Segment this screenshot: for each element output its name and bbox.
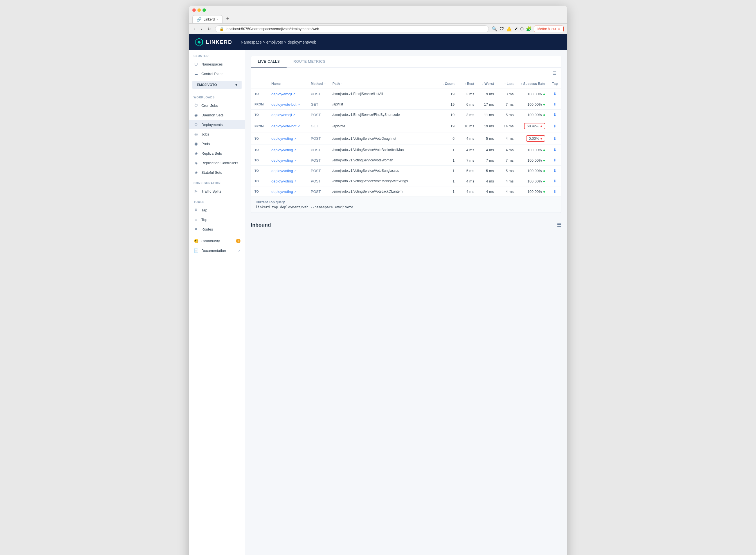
filter-icon[interactable]: ☰ (553, 71, 557, 76)
cell-tap[interactable]: ⬇ (549, 166, 561, 176)
deployment-link[interactable]: deploy/emoji ↗ (271, 92, 304, 96)
cell-name[interactable]: deploy/voting ↗ (268, 176, 307, 186)
cell-name[interactable]: deploy/voting ↗ (268, 132, 307, 145)
sidebar-item-deployments[interactable]: ⊙ Deployments (189, 120, 245, 129)
sidebar-item-top[interactable]: ≡ Top (189, 215, 245, 224)
reload-button[interactable]: ↻ (206, 26, 212, 32)
cell-name[interactable]: deploy/voting ↗ (268, 145, 307, 155)
update-button[interactable]: Mettre à jour ≡ (534, 26, 563, 32)
tab-close-button[interactable]: × (217, 18, 218, 21)
col-name[interactable]: Name (268, 79, 307, 89)
cell-success-rate: 0.00% ● (517, 132, 548, 145)
deployment-link[interactable]: deploy/vote-bot ↗ (271, 102, 304, 106)
cell-name[interactable]: deploy/emoji ↗ (268, 89, 307, 99)
sidebar-item-documentation[interactable]: 📄 Documentation ↗ (189, 246, 245, 255)
tap-button[interactable]: ⬇ (553, 92, 557, 96)
tab-route-metrics[interactable]: ROUTE METRICS (287, 56, 332, 68)
tap-button[interactable]: ⬇ (553, 179, 557, 183)
cell-success-rate: 100.00% ● (517, 110, 548, 120)
cell-tap[interactable]: ⬇ (549, 155, 561, 166)
puzzle-icon[interactable]: 🧩 (526, 26, 532, 32)
back-button[interactable]: ‹ (193, 26, 197, 32)
deployment-link[interactable]: deploy/voting ↗ (271, 169, 304, 173)
chevron-down-icon: ▾ (236, 83, 237, 87)
tap-button[interactable]: ⬇ (553, 102, 557, 106)
sidebar-item-traffic-splits[interactable]: ⫸ Traffic Splits (189, 186, 245, 196)
community-icon: 😊 (194, 239, 199, 243)
new-tab-button[interactable]: + (223, 14, 232, 23)
sidebar-item-routes[interactable]: ✕ Routes (189, 224, 245, 234)
deployment-link[interactable]: deploy/vote-bot ↗ (271, 124, 304, 128)
cell-name[interactable]: deploy/voting ↗ (268, 155, 307, 166)
cell-name[interactable]: deploy/vote-bot ↗ (268, 120, 307, 132)
cell-success-rate: 100.00% ● (517, 176, 548, 186)
close-dot[interactable] (193, 8, 196, 12)
cell-best: 3 ms (458, 89, 477, 99)
cell-tap[interactable]: ⬇ (549, 132, 561, 145)
cell-success-rate: 100.00% ● (517, 155, 548, 166)
col-last[interactable]: ↑ Last (497, 79, 517, 89)
tab-live-calls[interactable]: LIVE CALLS (251, 56, 287, 68)
col-success-rate[interactable]: ↑ Success Rate (517, 79, 548, 89)
col-count[interactable]: ↓ Count (438, 79, 458, 89)
sidebar-item-replica-sets[interactable]: ◈ Replica Sets (189, 148, 245, 158)
search-icon[interactable]: 🔍 (492, 26, 497, 32)
sidebar-item-jobs[interactable]: ◎ Jobs (189, 129, 245, 139)
cell-tap[interactable]: ⬇ (549, 120, 561, 132)
cell-tap[interactable]: ⬇ (549, 186, 561, 197)
forward-button[interactable]: › (199, 26, 204, 32)
cell-last: 5 ms (497, 166, 517, 176)
cell-tap[interactable]: ⬇ (549, 89, 561, 99)
col-best[interactable]: ↑ Best (458, 79, 477, 89)
sidebar-item-namespaces[interactable]: ⬡ Namespaces (189, 59, 245, 69)
sidebar: CLUSTER ⬡ Namespaces ☁ Control Plane EMO… (189, 50, 245, 555)
cell-method: POST (307, 176, 329, 186)
cluster-section-label: CLUSTER (189, 50, 245, 59)
tap-button[interactable]: ⬇ (553, 168, 557, 173)
cell-direction: TO (251, 132, 268, 145)
sidebar-item-cron-jobs[interactable]: ⏱ Cron Jobs (189, 101, 245, 110)
maximize-dot[interactable] (203, 8, 206, 12)
cell-tap[interactable]: ⬇ (549, 176, 561, 186)
cell-name[interactable]: deploy/voting ↗ (268, 166, 307, 176)
deployment-link[interactable]: deploy/voting ↗ (271, 148, 304, 152)
sidebar-item-stateful-sets[interactable]: ◈ Stateful Sets (189, 168, 245, 177)
sidebar-item-community[interactable]: 😊 Community 1 (189, 236, 245, 246)
sidebar-item-daemon-sets[interactable]: ◉ Daemon Sets (189, 110, 245, 120)
query-box: Current Top query linkerd top deployment… (251, 197, 561, 213)
cell-tap[interactable]: ⬇ (549, 145, 561, 155)
cell-last: 7 ms (497, 99, 517, 110)
tap-button[interactable]: ⬇ (553, 136, 557, 141)
cell-tap[interactable]: ⬇ (549, 99, 561, 110)
cell-best: 4 ms (458, 132, 477, 145)
tap-button[interactable]: ⬇ (553, 113, 557, 117)
cell-success-rate: 100.00% ● (517, 89, 548, 99)
tap-button[interactable]: ⬇ (553, 124, 557, 128)
deployment-link[interactable]: deploy/voting ↗ (271, 158, 304, 163)
deployment-link[interactable]: deploy/voting ↗ (271, 189, 304, 194)
cell-name[interactable]: deploy/voting ↗ (268, 186, 307, 197)
cell-name[interactable]: deploy/emoji ↗ (268, 110, 307, 120)
namespace-dropdown[interactable]: EMOJIVOTO ▾ (193, 81, 242, 89)
minimize-dot[interactable] (198, 8, 201, 12)
active-tab[interactable]: 🔗 Linkerd × (193, 15, 223, 23)
col-path[interactable]: Path ↑ (329, 79, 438, 89)
sidebar-item-pods[interactable]: ◉ Pods (189, 139, 245, 148)
cell-tap[interactable]: ⬇ (549, 110, 561, 120)
cell-name[interactable]: deploy/vote-bot ↗ (268, 99, 307, 110)
sidebar-item-replication-controllers[interactable]: ◈ Replication Controllers (189, 158, 245, 168)
col-method[interactable]: Method ↑ (307, 79, 329, 89)
traffic-splits-label: Traffic Splits (201, 189, 221, 194)
tap-button[interactable]: ⬇ (553, 189, 557, 194)
tap-button[interactable]: ⬇ (553, 158, 557, 163)
deployment-link[interactable]: deploy/emoji ↗ (271, 113, 304, 117)
address-bar[interactable]: 🔒 localhost:50750/namespaces/emojivoto/d… (215, 25, 489, 32)
col-worst[interactable]: ↓ Worst (477, 79, 497, 89)
app-topnav: LINKERD Namespace > emojivoto > deployme… (189, 34, 567, 50)
sidebar-item-control-plane[interactable]: ☁ Control Plane (189, 69, 245, 78)
inbound-filter-icon[interactable]: ☰ (557, 222, 561, 228)
sidebar-item-tap[interactable]: ⬇ Tap (189, 205, 245, 215)
tap-button[interactable]: ⬇ (553, 147, 557, 152)
deployment-link[interactable]: deploy/voting ↗ (271, 179, 304, 183)
deployment-link[interactable]: deploy/voting ↗ (271, 136, 304, 140)
